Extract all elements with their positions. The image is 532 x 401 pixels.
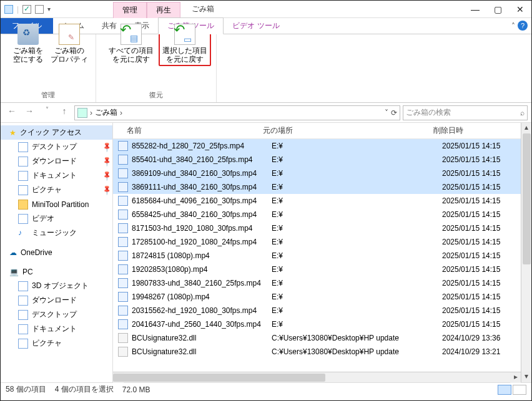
sidebar-item-3d[interactable]: 3D オブジェクト — [1, 279, 112, 293]
sidebar-item-quick-access[interactable]: ★クイック アクセス — [1, 125, 112, 140]
file-location: E:¥ — [272, 320, 437, 329]
sidebar-item-pc[interactable]: 💻PC — [1, 264, 112, 279]
file-date: 2024/10/29 13:36 — [437, 334, 521, 342]
file-row[interactable]: 20315562-hd_1920_1080_30fps.mp4E:¥2025/0… — [113, 304, 521, 317]
quick-access-label: クイック アクセス — [20, 127, 82, 138]
titlebar: | ✓ ▾ 管理 再生 ごみ箱 — ▢ ✕ — [1, 1, 531, 18]
file-row[interactable]: 855282-hd_1280_720_25fps.mp4E:¥2025/01/1… — [113, 139, 521, 153]
file-location: E:¥ — [272, 169, 437, 178]
h-scroll-thumb[interactable] — [113, 374, 325, 382]
nav-back-button[interactable]: ← — [4, 106, 19, 120]
video-file-icon — [118, 306, 128, 316]
video-file-icon — [118, 168, 128, 178]
sidebar-item-onedrive[interactable]: ☁OneDrive — [1, 245, 112, 259]
sidebar-item-video[interactable]: ビデオ — [1, 211, 112, 226]
music-label: ミュージック — [32, 228, 77, 238]
video-file-icon — [118, 251, 128, 261]
file-row[interactable]: 3869109-uhd_3840_2160_30fps.mp4E:¥2025/0… — [113, 167, 521, 180]
minimize-button[interactable]: — — [464, 1, 486, 17]
maximize-button[interactable]: ▢ — [486, 1, 509, 17]
file-date: 2025/01/15 14:15 — [437, 265, 521, 274]
restore-selected-icon — [174, 24, 195, 45]
qat-recycle-icon[interactable] — [4, 5, 13, 14]
context-tab-play[interactable]: 再生 — [147, 2, 180, 18]
file-date: 2025/01/15 14:15 — [437, 155, 521, 164]
file-name: 18724815 (1080p).mp4 — [132, 251, 272, 260]
column-date[interactable]: 削除日時 — [428, 125, 521, 136]
file-row[interactable]: 19202853(1080p).mp4E:¥2025/01/15 14:15 — [113, 263, 521, 276]
empty-recycle-label1: ごみ箱を — [13, 46, 43, 55]
video-file-icon — [118, 210, 128, 220]
search-box[interactable]: ごみ箱の検索 ⌕ — [403, 105, 528, 120]
video-file-icon — [118, 278, 128, 288]
file-row[interactable]: 3869111-uhd_3840_2160_30fps.mp4E:¥2025/0… — [113, 180, 521, 194]
sidebar-item-downloads2[interactable]: ダウンロード — [1, 293, 112, 307]
addr-refresh-icon[interactable]: ⟳ — [391, 109, 397, 117]
sidebar-item-minitool[interactable]: MiniTool Partition — [1, 197, 112, 211]
file-date: 2024/10/29 13:21 — [437, 347, 521, 356]
file-row[interactable]: 8171503-hd_1920_1080_30fps.mp4E:¥2025/01… — [113, 221, 521, 235]
3d-label: 3D オブジェクト — [32, 281, 89, 291]
file-row[interactable]: 855401-uhd_3840_2160_25fps.mp4E:¥2025/01… — [113, 153, 521, 167]
file-row[interactable]: 19948267 (1080p).mp4E:¥2025/01/15 14:15 — [113, 290, 521, 304]
file-row[interactable]: 6185684-uhd_4096_2160_30fps.mp4E:¥2025/0… — [113, 194, 521, 208]
body: ★クイック アクセス デスクトップ📌 ダウンロード📌 ドキュメント📌 ピクチャ📌… — [1, 123, 531, 382]
qat-overflow-icon[interactable]: ▾ — [47, 6, 51, 12]
column-name[interactable]: 名前 — [113, 125, 263, 136]
sidebar-item-pictures[interactable]: ピクチャ📌 — [1, 183, 112, 197]
status-selected-size: 72.0 MB — [122, 385, 150, 394]
scroll-up-arrow[interactable]: ▴ — [521, 123, 531, 133]
addr-sep2-icon[interactable]: › — [120, 109, 122, 117]
file-name: BCUsignature32.dll — [132, 334, 272, 342]
view-tiles-button[interactable] — [513, 385, 526, 395]
qat-checkbox-icon[interactable]: ✓ — [22, 5, 31, 14]
file-row[interactable]: 19807833-uhd_3840_2160_25fps.mp4E:¥2025/… — [113, 276, 521, 290]
ribbon-collapse-icon[interactable]: ˄ — [511, 22, 515, 31]
tab-video-tools[interactable]: ビデオ ツール — [224, 18, 288, 34]
nav-history-button[interactable]: ˅ — [39, 106, 54, 120]
minitool-label: MiniTool Partition — [32, 200, 89, 209]
qat-newdoc-icon[interactable] — [35, 5, 44, 14]
nav-forward-button[interactable]: → — [22, 106, 37, 120]
file-name: 6558425-uhd_3840_2160_30fps.mp4 — [132, 210, 272, 219]
sidebar-item-documents2[interactable]: ドキュメント — [1, 322, 112, 336]
video-file-icon — [118, 237, 128, 247]
3d-icon — [18, 281, 28, 291]
sidebar-item-downloads[interactable]: ダウンロード📌 — [1, 154, 112, 168]
help-button[interactable]: ? — [518, 21, 528, 31]
vertical-scrollbar[interactable]: ▴ ▾ — [521, 123, 531, 382]
scroll-down-arrow[interactable]: ▾ — [521, 372, 531, 382]
file-row[interactable]: 20416437-uhd_2560_1440_30fps.mp4E:¥2025/… — [113, 317, 521, 331]
sidebar-item-pictures2[interactable]: ピクチャ — [1, 336, 112, 350]
file-date: 2025/01/15 14:15 — [437, 142, 521, 150]
v-scroll-track[interactable] — [521, 133, 531, 372]
view-details-button[interactable] — [498, 385, 511, 395]
pc-icon: 💻 — [9, 268, 19, 276]
file-list[interactable]: 855282-hd_1280_720_25fps.mp4E:¥2025/01/1… — [113, 139, 521, 372]
properties-icon — [59, 24, 80, 45]
nav-up-button[interactable]: ↑ — [57, 106, 72, 120]
file-row[interactable]: BCUsignature32.dllC:¥Users¥13080¥Desktop… — [113, 345, 521, 359]
sidebar-item-music[interactable]: ♪ミュージック — [1, 226, 112, 240]
file-row[interactable]: 17285100-hd_1920_1080_24fps.mp4E:¥2025/0… — [113, 235, 521, 249]
column-location[interactable]: 元の場所 — [263, 125, 428, 136]
sidebar-item-documents[interactable]: ドキュメント📌 — [1, 168, 112, 183]
quick-access-toolbar: | ✓ ▾ — [1, 5, 51, 14]
addr-dropdown-icon[interactable]: ˅ — [385, 109, 388, 117]
addr-segment-root[interactable]: ごみ箱 — [95, 107, 117, 118]
file-row[interactable]: 18724815 (1080p).mp4E:¥2025/01/15 14:15 — [113, 249, 521, 263]
scroll-right-arrow[interactable]: ▸ — [510, 372, 521, 383]
close-button[interactable]: ✕ — [509, 1, 531, 17]
address-bar[interactable]: › ごみ箱 › ˅ ⟳ — [74, 105, 400, 120]
horizontal-scrollbar[interactable]: ◂ ▸ — [113, 372, 521, 382]
ribbon-group-manage-label: 管理 — [41, 90, 55, 100]
context-tab-manage[interactable]: 管理 — [113, 2, 147, 18]
video-file-icon — [118, 264, 128, 274]
sidebar-item-desktop2[interactable]: デスクトップ — [1, 307, 112, 322]
video-icon — [18, 214, 28, 224]
file-row[interactable]: 6558425-uhd_3840_2160_30fps.mp4E:¥2025/0… — [113, 208, 521, 221]
v-scroll-thumb[interactable] — [523, 133, 531, 264]
sidebar-item-desktop[interactable]: デスクトップ📌 — [1, 140, 112, 154]
documents2-label: ドキュメント — [32, 324, 77, 334]
file-row[interactable]: BCUsignature32.dllC:¥Users¥13080¥Desktop… — [113, 331, 521, 345]
